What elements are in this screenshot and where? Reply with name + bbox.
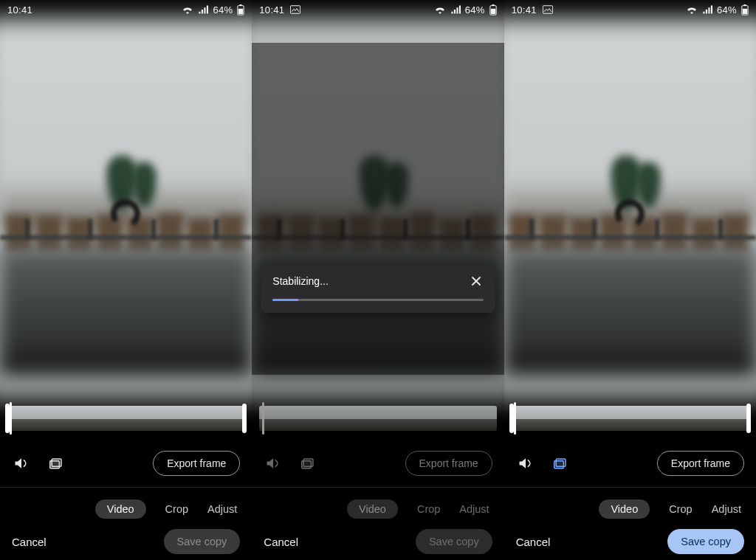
gallery-icon [543,5,553,14]
tab-crop: Crop [417,503,440,515]
progress-bar [272,299,483,301]
divider [0,487,252,488]
tab-crop[interactable]: Crop [669,503,692,515]
screenshot-pane: 10:41 64% [252,0,504,560]
save-copy-button: Save copy [416,529,492,554]
cancel-button[interactable]: Cancel [12,536,47,548]
timeline-frames [259,406,496,431]
status-bar: 10:41 64% [252,0,504,19]
battery-icon [237,4,244,15]
volume-icon [264,454,283,473]
svg-rect-10 [302,461,312,469]
timeline-frames [512,406,749,431]
edit-tabs: Video Crop Adjust [252,497,504,521]
export-frame-button[interactable]: Export frame [657,451,744,476]
dim-overlay [252,43,504,375]
scrubber[interactable] [514,402,516,435]
save-copy-button: Save copy [164,529,241,554]
cancel-button[interactable]: Cancel [516,536,551,548]
divider [252,487,504,488]
status-time: 10:41 [512,4,537,15]
tab-video[interactable]: Video [95,499,146,519]
timeline-frames [7,406,244,431]
video-controls-row: Export frame [0,446,252,480]
status-time: 10:41 [7,4,32,15]
battery-icon [741,4,749,15]
svg-rect-16 [554,461,563,469]
svg-rect-2 [238,8,243,13]
dialog-label: Stabilizing... [272,275,328,287]
wifi-icon [434,5,446,14]
tab-video: Video [347,499,398,519]
trim-handle-start[interactable] [509,404,514,433]
bottom-bar: Cancel Save copy [0,523,252,560]
video-preview[interactable] [0,43,252,375]
stabilizing-dialog: Stabilizing... [261,263,495,313]
status-battery: 64% [465,4,485,15]
trim-handle-end[interactable] [242,404,247,433]
video-preview[interactable] [504,43,756,375]
scrubber[interactable] [10,402,12,435]
bottom-bar: Cancel Save copy [252,523,504,560]
trim-handle-end[interactable] [746,404,751,433]
status-battery: 64% [717,4,737,15]
cancel-button[interactable]: Cancel [264,536,298,548]
signal-icon [198,5,208,14]
tab-adjust[interactable]: Adjust [712,503,741,515]
svg-rect-14 [743,8,747,13]
svg-rect-1 [240,4,242,6]
status-bar: 10:41 64% [504,0,756,19]
svg-rect-4 [50,461,60,469]
status-battery: 64% [213,4,233,15]
video-controls-row: Export frame [252,446,504,480]
volume-icon[interactable] [12,454,31,473]
screenshot-pane: 10:41 64% [0,0,252,560]
volume-icon[interactable] [516,454,535,473]
scrubber[interactable] [262,402,264,435]
divider [504,487,756,488]
video-controls-row: Export frame [504,446,756,480]
signal-icon [702,5,712,14]
tab-adjust[interactable]: Adjust [207,503,237,515]
status-time: 10:41 [259,4,284,15]
save-copy-button[interactable]: Save copy [667,529,744,554]
tab-adjust: Adjust [459,503,489,515]
svg-rect-11 [543,6,552,14]
close-icon[interactable] [469,274,484,288]
video-preview[interactable] [252,43,504,375]
tab-crop[interactable]: Crop [165,503,188,515]
export-frame-button: Export frame [405,451,492,476]
stabilize-icon[interactable] [551,454,571,473]
battery-icon [489,4,497,15]
bottom-bar: Cancel Save copy [504,523,756,560]
status-bar: 10:41 64% [0,0,252,19]
video-timeline[interactable] [512,406,749,431]
stabilize-icon[interactable] [47,454,66,473]
wifi-icon [686,5,698,14]
trim-handle-start[interactable] [5,404,10,433]
stabilize-icon [299,454,318,473]
svg-rect-5 [291,6,300,14]
signal-icon [450,5,461,14]
tab-video[interactable]: Video [599,499,650,519]
svg-rect-8 [490,8,495,13]
screenshot-pane: 10:41 64% [504,0,756,560]
gallery-icon [290,5,300,14]
svg-rect-13 [743,4,746,6]
edit-tabs: Video Crop Adjust [504,497,756,521]
video-timeline[interactable] [7,406,244,431]
video-timeline[interactable] [259,406,496,431]
export-frame-button[interactable]: Export frame [153,451,240,476]
wifi-icon [182,5,193,14]
svg-rect-7 [492,4,494,6]
edit-tabs: Video Crop Adjust [0,497,252,521]
